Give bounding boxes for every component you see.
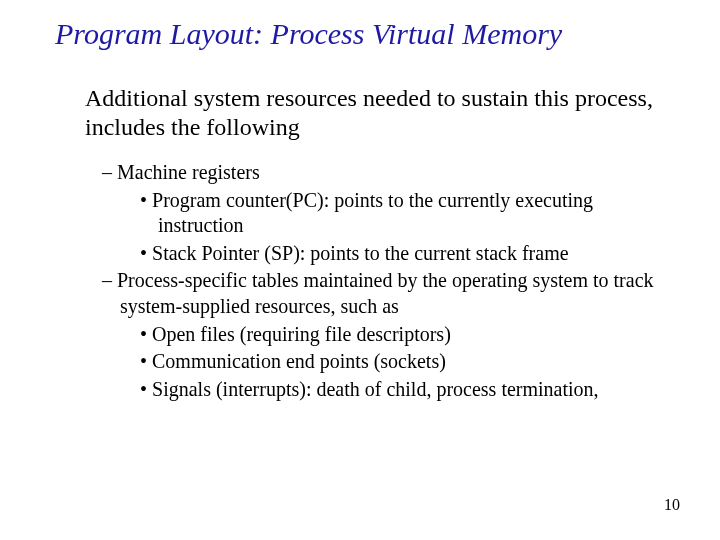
list-item: Process-specific tables maintained by th… — [90, 268, 670, 319]
page-number: 10 — [664, 496, 680, 514]
slide: Program Layout: Process Virtual Memory A… — [0, 0, 720, 540]
list-item: Signals (interrupts): death of child, pr… — [90, 377, 670, 403]
list-item: Communication end points (sockets) — [90, 349, 670, 375]
slide-title: Program Layout: Process Virtual Memory — [55, 16, 690, 52]
list-item: Stack Pointer (SP): points to the curren… — [90, 241, 670, 267]
list-item: Open files (requiring file descriptors) — [90, 322, 670, 348]
intro-paragraph: Additional system resources needed to su… — [85, 84, 660, 143]
list-item: Machine registers — [90, 160, 670, 186]
list-item: Program counter(PC): points to the curre… — [90, 188, 670, 239]
bullet-list: Machine registers Program counter(PC): p… — [90, 160, 670, 404]
